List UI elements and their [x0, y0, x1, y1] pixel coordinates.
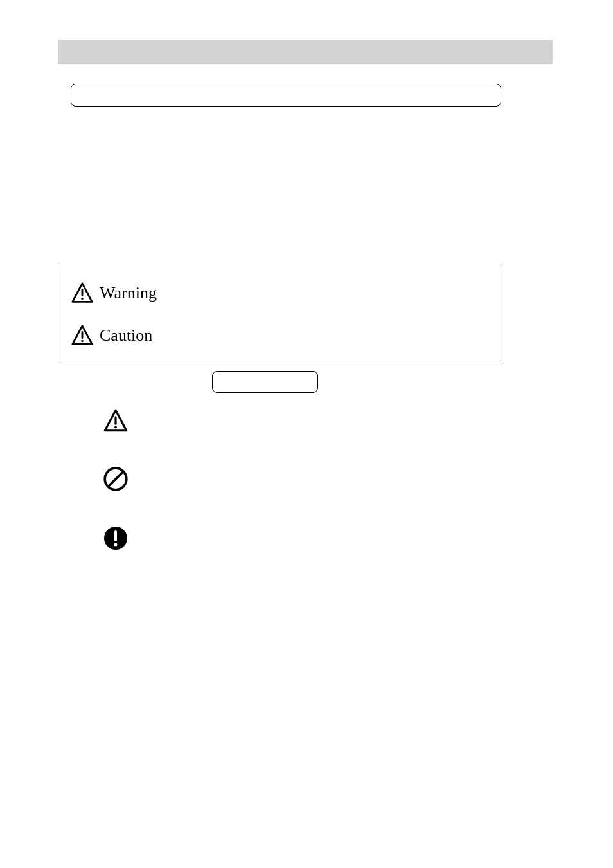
example-label-box — [212, 371, 318, 393]
caution-row: Caution — [58, 311, 501, 359]
svg-line-7 — [108, 471, 123, 486]
svg-point-5 — [114, 426, 117, 429]
symbol-definition-table: Warning Caution — [58, 267, 501, 363]
prohibition-icon — [100, 463, 132, 495]
header-bar — [58, 40, 553, 64]
attention-icon — [100, 405, 132, 437]
svg-point-10 — [114, 543, 118, 547]
caution-label: Caution — [100, 326, 152, 345]
warning-label: Warning — [100, 284, 157, 303]
title-box — [71, 84, 501, 107]
caution-triangle-icon — [70, 323, 94, 348]
warning-triangle-icon — [70, 281, 94, 305]
warning-row: Warning — [58, 267, 501, 311]
svg-point-1 — [81, 298, 83, 300]
mandatory-action-icon — [100, 522, 132, 554]
svg-point-3 — [81, 339, 83, 341]
